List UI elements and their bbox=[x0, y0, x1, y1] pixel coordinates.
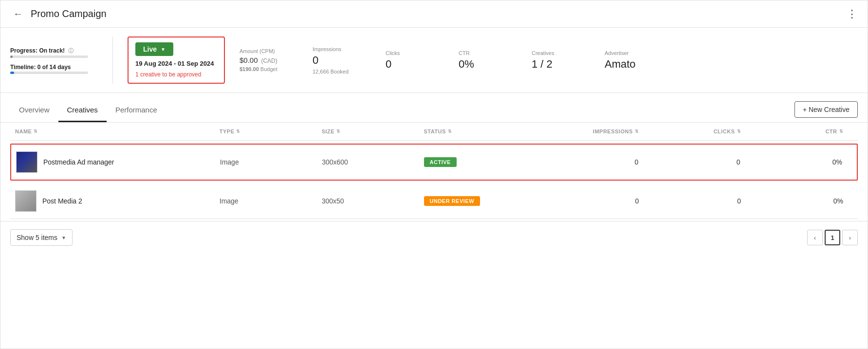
sort-icon-name: ⇅ bbox=[34, 129, 38, 134]
progress-label: Progress: On track! ⓘ bbox=[10, 46, 98, 58]
show-items-chevron-icon: ▼ bbox=[61, 235, 66, 240]
creative-approval-notice: 1 creative to be approved bbox=[135, 71, 217, 78]
creative-thumbnail bbox=[15, 190, 37, 212]
col-header-type: TYPE ⇅ bbox=[220, 129, 322, 134]
row-status-cell: UNDER REVIEW bbox=[424, 196, 547, 206]
creatives-label: Creatives bbox=[532, 50, 590, 56]
impressions-booked: 12,666 Booked bbox=[313, 69, 371, 74]
page-wrapper: ← Promo Campaign ⋮ Progress: On track! ⓘ… bbox=[0, 0, 868, 349]
stats-bar: Progress: On track! ⓘ Timeline: 0 of 14 … bbox=[0, 28, 868, 93]
sort-icon-type: ⇅ bbox=[236, 129, 240, 134]
row-name-cell: Post Media 2 bbox=[15, 190, 220, 212]
creative-thumbnail bbox=[16, 151, 37, 173]
row-impressions-cell: 0 bbox=[546, 197, 648, 205]
advertiser-value: Amato bbox=[605, 58, 663, 71]
row-clicks-cell: 0 bbox=[648, 158, 750, 166]
row-size-cell: 300x50 bbox=[322, 197, 424, 205]
page-1-button[interactable]: 1 bbox=[825, 230, 840, 245]
creatives-value: 1 / 2 bbox=[532, 58, 590, 71]
col-header-size: SIZE ⇅ bbox=[322, 129, 424, 134]
clicks-stat: Clicks 0 bbox=[386, 37, 444, 84]
sort-icon-impressions: ⇅ bbox=[635, 129, 639, 134]
row-impressions-cell: 0 bbox=[546, 158, 648, 166]
amount-label: Amount (CPM) bbox=[240, 48, 298, 54]
col-header-clicks: CLICKS ⇅ bbox=[648, 129, 751, 134]
ctr-label: CTR bbox=[459, 50, 517, 56]
progress-section: Progress: On track! ⓘ Timeline: 0 of 14 … bbox=[10, 37, 98, 84]
pagination: ‹ 1 › bbox=[807, 230, 858, 245]
amount-stat: Amount (CPM) $0.00 (CAD) $190.00 Budget bbox=[240, 37, 298, 84]
advertiser-stat: Advertiser Amato bbox=[605, 37, 663, 84]
status-badge: ACTIVE bbox=[424, 157, 457, 167]
tab-creatives[interactable]: Creatives bbox=[58, 97, 107, 122]
row-name-text: Post Media 2 bbox=[42, 197, 82, 205]
row-type-cell: Image bbox=[220, 197, 322, 205]
row-name-text: Postmedia Ad manager bbox=[43, 158, 114, 166]
timeline-bar-outer bbox=[10, 72, 88, 74]
page-header: ← Promo Campaign ⋮ bbox=[0, 0, 868, 28]
progress-bar-outer bbox=[10, 55, 88, 58]
col-header-status: STATUS ⇅ bbox=[424, 129, 547, 134]
tab-performance[interactable]: Performance bbox=[107, 97, 166, 122]
row-status-cell: ACTIVE bbox=[424, 157, 546, 167]
live-section: Live ▼ 19 Aug 2024 - 01 Sep 2024 1 creat… bbox=[128, 37, 225, 84]
divider-1 bbox=[112, 37, 113, 84]
impressions-stat: Impressions 0 12,666 Booked bbox=[313, 37, 371, 84]
col-header-name: NAME ⇅ bbox=[15, 129, 220, 134]
advertiser-label: Advertiser bbox=[605, 50, 663, 56]
ctr-value: 0% bbox=[459, 58, 517, 71]
sort-icon-ctr: ⇅ bbox=[839, 129, 844, 134]
timeline-bar-inner bbox=[10, 72, 14, 74]
table-container: NAME ⇅ TYPE ⇅ SIZE ⇅ STATUS ⇅ IMPRESSION… bbox=[0, 123, 868, 219]
ctr-stat: CTR 0% bbox=[459, 37, 517, 84]
impressions-label: Impressions bbox=[313, 46, 371, 52]
sort-icon-status: ⇅ bbox=[448, 129, 452, 134]
impressions-value: 0 bbox=[313, 54, 371, 67]
creatives-stat: Creatives 1 / 2 bbox=[532, 37, 590, 84]
live-label: Live bbox=[143, 45, 157, 53]
row-clicks-cell: 0 bbox=[648, 197, 751, 205]
tab-overview[interactable]: Overview bbox=[10, 97, 58, 122]
row-name-cell: Postmedia Ad manager bbox=[16, 151, 220, 173]
col-header-impressions: IMPRESSIONS ⇅ bbox=[546, 129, 648, 134]
tabs-bar: Overview Creatives Performance + New Cre… bbox=[0, 97, 868, 123]
back-button[interactable]: ← bbox=[10, 7, 26, 20]
row-type-cell: Image bbox=[220, 158, 322, 166]
timeline-label: Timeline: 0 of 14 days bbox=[10, 63, 98, 74]
table-row[interactable]: Post Media 2 Image 300x50 UNDER REVIEW 0… bbox=[10, 184, 858, 219]
live-status-button[interactable]: Live ▼ bbox=[135, 42, 173, 56]
next-page-button[interactable]: › bbox=[842, 230, 858, 245]
progress-bar-inner bbox=[10, 55, 13, 58]
sort-icon-clicks: ⇅ bbox=[737, 129, 741, 134]
prev-page-button[interactable]: ‹ bbox=[807, 230, 823, 245]
table-header-row: NAME ⇅ TYPE ⇅ SIZE ⇅ STATUS ⇅ IMPRESSION… bbox=[10, 123, 858, 141]
new-creative-button[interactable]: + New Creative bbox=[794, 101, 858, 118]
row-size-cell: 300x600 bbox=[322, 158, 424, 166]
clicks-label: Clicks bbox=[386, 50, 444, 56]
page-title: Promo Campaign bbox=[31, 8, 107, 19]
tabs-left: Overview Creatives Performance bbox=[10, 97, 166, 122]
more-menu-button[interactable]: ⋮ bbox=[847, 8, 858, 20]
budget-sub: $190.00 Budget bbox=[240, 66, 298, 72]
live-chevron-icon: ▼ bbox=[161, 47, 166, 52]
show-items-label: Show 5 items bbox=[17, 234, 57, 241]
show-items-select[interactable]: Show 5 items ▼ bbox=[10, 229, 73, 246]
sort-icon-size: ⇅ bbox=[336, 129, 341, 134]
table-row[interactable]: Postmedia Ad manager Image 300x600 ACTIV… bbox=[10, 144, 858, 181]
date-range: 19 Aug 2024 - 01 Sep 2024 bbox=[135, 60, 217, 67]
amount-value: $0.00 (CAD) bbox=[240, 56, 298, 64]
table-footer: Show 5 items ▼ ‹ 1 › bbox=[0, 221, 868, 254]
header-left: ← Promo Campaign bbox=[10, 7, 107, 20]
col-header-ctr: CTR ⇅ bbox=[751, 129, 853, 134]
clicks-value: 0 bbox=[386, 58, 444, 71]
status-badge: UNDER REVIEW bbox=[424, 196, 480, 206]
row-ctr-cell: 0% bbox=[750, 158, 852, 166]
row-ctr-cell: 0% bbox=[751, 197, 853, 205]
